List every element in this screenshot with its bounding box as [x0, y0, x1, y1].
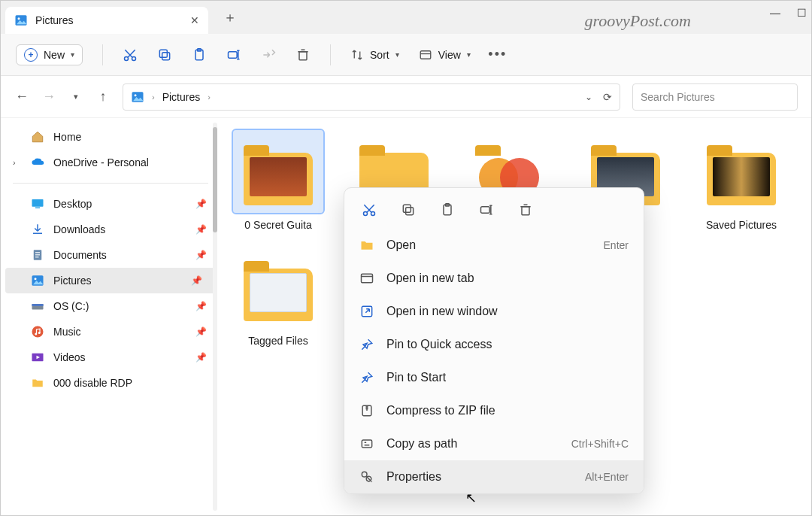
copy-icon[interactable] [157, 47, 172, 62]
ctx-shortcut: Alt+Enter [585, 471, 629, 483]
rename-icon[interactable] [478, 202, 495, 218]
svg-point-1 [18, 17, 20, 20]
sort-label: Sort [370, 49, 389, 61]
sidebar-item-music[interactable]: Music 📌 [1, 319, 220, 345]
pin-icon[interactable]: 📌 [195, 250, 207, 260]
pictures-icon [31, 274, 44, 287]
separator [13, 183, 208, 184]
maximize-button[interactable]: ☐ [797, 7, 807, 19]
context-menu: Open Enter Open in new tab Open in new w… [344, 187, 644, 494]
delete-icon[interactable] [517, 202, 534, 218]
window-controls: — ☐ [770, 1, 807, 25]
sidebar-item-desktop[interactable]: Desktop 📌 [1, 191, 220, 217]
documents-icon [31, 248, 44, 262]
ctx-open-new-window[interactable]: Open in new window [344, 295, 644, 328]
up-button[interactable]: ↑ [95, 89, 111, 105]
sidebar-label: Desktop [53, 198, 92, 210]
svg-rect-16 [35, 252, 40, 253]
item-label: Tagged Files [248, 335, 308, 347]
folder-item[interactable]: Tagged Files [229, 246, 327, 347]
watermark: groovyPost.com [584, 11, 691, 31]
share-icon[interactable] [261, 47, 276, 62]
search-box[interactable] [632, 83, 798, 111]
search-input[interactable] [641, 91, 789, 103]
copy-path-icon [359, 436, 374, 451]
sidebar-label: 000 disable RDP [53, 377, 132, 389]
chevron-down-icon: ▾ [395, 50, 399, 59]
svg-rect-18 [35, 256, 39, 257]
ctx-properties[interactable]: Properties Alt+Enter [344, 460, 644, 493]
chevron-right-icon: › [208, 93, 211, 102]
pin-icon[interactable]: 📌 [195, 199, 207, 209]
svg-rect-14 [35, 208, 40, 209]
svg-point-20 [35, 278, 37, 280]
expand-icon[interactable]: › [13, 158, 22, 167]
more-icon[interactable]: ••• [490, 47, 505, 62]
ctx-pin-start[interactable]: Pin to Start [344, 361, 644, 394]
pin-icon[interactable]: 📌 [191, 275, 202, 286]
ctx-compress-zip[interactable]: Compress to ZIP file [344, 394, 644, 427]
ctx-copy-path[interactable]: Copy as path Ctrl+Shift+C [344, 427, 644, 460]
pin-icon[interactable]: 📌 [195, 326, 207, 337]
sidebar-item-folder[interactable]: 000 disable RDP [1, 370, 220, 396]
recent-locations-button[interactable]: ▾ [68, 92, 83, 102]
add-tab-button[interactable]: ＋ [223, 8, 237, 26]
sort-button[interactable]: Sort ▾ [350, 48, 399, 62]
tab-pictures[interactable]: Pictures ✕ [5, 7, 208, 34]
breadcrumb[interactable]: › Pictures › ⌄ ⟳ [123, 83, 620, 111]
folder-item[interactable]: 0 Secret Guita [229, 130, 327, 231]
svg-rect-32 [403, 205, 411, 212]
ctx-open-new-tab[interactable]: Open in new tab [344, 262, 644, 295]
cut-icon[interactable] [123, 47, 138, 62]
breadcrumb-segment[interactable]: Pictures [162, 91, 201, 103]
paste-icon[interactable] [192, 47, 207, 62]
sidebar-scrollbar[interactable] [213, 123, 217, 511]
close-tab-icon[interactable]: ✕ [190, 14, 199, 26]
home-icon [31, 130, 44, 144]
svg-rect-10 [420, 50, 431, 59]
music-icon [31, 325, 44, 338]
new-button[interactable]: + New ▾ [16, 44, 83, 65]
chevron-down-icon[interactable]: ⌄ [585, 92, 592, 102]
pin-icon[interactable]: 📌 [195, 224, 207, 235]
sidebar: Home › OneDrive - Personal Desktop 📌 Dow… [1, 118, 220, 515]
item-label: 0 Secret Guita [244, 219, 312, 231]
copy-icon[interactable] [400, 202, 417, 218]
folder-item[interactable]: Saved Pictures [692, 130, 790, 231]
svg-rect-40 [362, 440, 371, 448]
svg-point-25 [38, 332, 41, 334]
rename-icon[interactable] [226, 47, 241, 62]
forward-button[interactable]: → [41, 89, 56, 105]
svg-rect-9 [299, 51, 307, 59]
ctx-pin-quick-access[interactable]: Pin to Quick access [344, 328, 644, 361]
sidebar-item-onedrive[interactable]: › OneDrive - Personal [1, 150, 220, 175]
cut-icon[interactable] [361, 202, 377, 218]
sidebar-item-downloads[interactable]: Downloads 📌 [1, 217, 220, 242]
sidebar-item-pictures[interactable]: Pictures 📌 [5, 268, 216, 293]
delete-icon[interactable] [295, 47, 311, 62]
sidebar-item-os-c[interactable]: OS (C:) 📌 [1, 293, 220, 319]
ctx-open[interactable]: Open Enter [344, 229, 644, 262]
nav-row: ← → ▾ ↑ › Pictures › ⌄ ⟳ [1, 76, 811, 118]
svg-rect-31 [406, 208, 414, 215]
refresh-icon[interactable]: ⟳ [603, 91, 612, 103]
minimize-button[interactable]: — [770, 7, 780, 19]
pin-icon[interactable]: 📌 [195, 352, 207, 363]
sidebar-item-videos[interactable]: Videos 📌 [1, 345, 220, 370]
separator [330, 44, 331, 65]
back-button[interactable]: ← [14, 89, 29, 105]
sidebar-item-home[interactable]: Home [1, 124, 220, 150]
sidebar-item-documents[interactable]: Documents 📌 [1, 242, 220, 268]
folder-icon [359, 238, 374, 253]
ctx-label: Open in new tab [386, 272, 474, 285]
pin-icon[interactable]: 📌 [195, 301, 207, 311]
svg-rect-4 [162, 52, 170, 59]
svg-rect-35 [481, 207, 490, 213]
toolbar: + New ▾ Sort ▾ View ▾ ••• [1, 34, 811, 76]
sidebar-label: Documents [53, 249, 107, 261]
view-button[interactable]: View ▾ [419, 48, 471, 62]
scrollbar-thumb[interactable] [213, 127, 217, 232]
paste-icon[interactable] [439, 202, 456, 218]
zip-icon [359, 403, 374, 418]
svg-point-12 [135, 94, 137, 96]
